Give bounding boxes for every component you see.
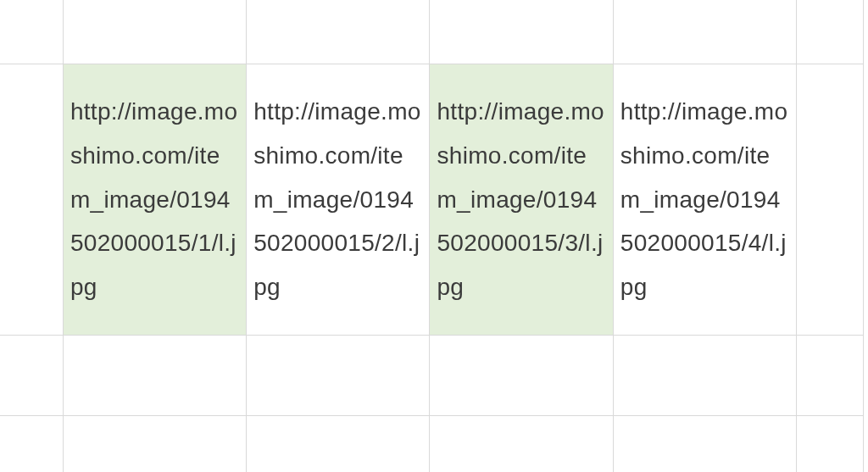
cell[interactable] — [430, 416, 613, 473]
cell[interactable] — [0, 64, 63, 336]
table-row — [0, 416, 864, 473]
spreadsheet-grid[interactable]: http://image.moshimo.com/item_image/0194… — [0, 0, 864, 472]
cell[interactable] — [0, 336, 63, 416]
table-row — [0, 336, 864, 416]
cell[interactable] — [613, 0, 796, 64]
cell[interactable] — [247, 336, 430, 416]
cell[interactable]: http://image.moshimo.com/item_image/0194… — [430, 64, 613, 336]
cell[interactable] — [430, 0, 613, 64]
cell[interactable] — [613, 336, 796, 416]
cell[interactable] — [0, 416, 63, 473]
table-row — [0, 0, 864, 64]
cell[interactable] — [0, 0, 63, 64]
cell[interactable] — [797, 336, 864, 416]
cell[interactable]: http://image.moshimo.com/item_image/0194… — [613, 64, 796, 336]
cell[interactable] — [430, 336, 613, 416]
cell[interactable] — [63, 336, 246, 416]
cell[interactable] — [63, 416, 246, 473]
cell[interactable] — [797, 416, 864, 473]
grid-body: http://image.moshimo.com/item_image/0194… — [0, 0, 864, 472]
cell[interactable] — [247, 0, 430, 64]
cell[interactable] — [63, 0, 246, 64]
cell[interactable]: http://image.moshimo.com/item_image/0194… — [247, 64, 430, 336]
cell[interactable] — [797, 64, 864, 336]
cell[interactable]: http://image.moshimo.com/item_image/0194… — [63, 64, 246, 336]
cell[interactable] — [797, 0, 864, 64]
cell[interactable] — [613, 416, 796, 473]
table-row: http://image.moshimo.com/item_image/0194… — [0, 64, 864, 336]
cell[interactable] — [247, 416, 430, 473]
